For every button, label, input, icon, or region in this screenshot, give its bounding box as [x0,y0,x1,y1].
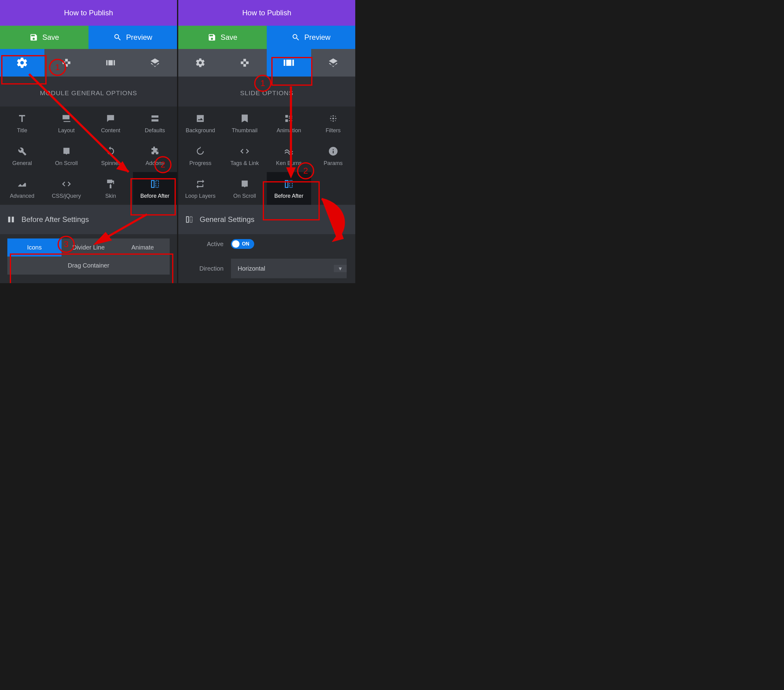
toggle-text: ON [242,241,249,247]
grid-skin[interactable]: Skin [89,172,133,205]
preview-label: Preview [305,33,331,42]
section-title: MODULE GENERAL OPTIONS [0,77,177,107]
grid-general[interactable]: General [0,139,44,172]
grid-onscroll[interactable]: On Scroll [222,172,267,205]
animation-icon [283,113,294,124]
grid-spinner[interactable]: Spinner [89,139,133,172]
action-row: Save Preview [178,26,355,49]
before-after-icon [283,179,294,189]
before-after-icon [7,215,15,224]
grid-kenburns[interactable]: Ken Burns [267,139,311,172]
tab-settings[interactable] [178,49,222,77]
preview-button[interactable]: Preview [267,26,355,49]
grid-title[interactable]: Title [0,107,44,139]
code-icon [61,179,72,189]
action-row: Save Preview [0,26,177,49]
spinner-icon [105,146,116,156]
svg-point-7 [331,120,331,121]
grid-looplayers[interactable]: Loop Layers [178,172,222,205]
image-icon [195,113,206,124]
row-direction: Direction Horizontal ▾ [178,254,355,283]
tab-slides[interactable] [89,49,133,77]
tab-strip [178,49,355,77]
direction-label: Direction [187,265,224,272]
wave-icon [283,146,294,156]
direction-select[interactable]: Horizontal ▾ [231,259,347,278]
grid-layout[interactable]: Layout [44,107,89,139]
gear-icon [195,58,206,68]
subtab-dragcontainer[interactable]: Drag Container [7,256,170,274]
grid-background[interactable]: Background [178,107,222,139]
tab-navigation[interactable] [44,49,89,77]
scroll-icon [239,179,250,189]
layers-icon [328,58,338,68]
grid-thumbnail[interactable]: Thumbnail [222,107,267,139]
puzzle-icon [150,146,160,156]
save-label: Save [221,33,237,42]
grid-cssjquery[interactable]: CSS/jQuery [44,172,89,205]
settings-header: General Settings [178,205,355,234]
row-active: Active ON [178,234,355,254]
grid-addons[interactable]: Addons [133,139,177,172]
before-after-icon [185,215,194,224]
subtab-divider[interactable]: Divider Line [61,238,116,256]
layers-icon [150,58,160,68]
grid-animation[interactable]: Animation [267,107,311,139]
save-button[interactable]: Save [178,26,267,49]
carousel-icon [105,58,116,68]
defaults-icon [150,113,160,124]
dpad-icon [239,58,250,68]
search-icon [113,33,122,42]
dpad-icon [61,58,72,68]
info-icon [328,146,338,156]
section-title: SLIDE OPTIONS [178,77,355,107]
grid-content[interactable]: Content [89,107,133,139]
settings-header: Before After Settings [0,205,177,234]
preview-button[interactable]: Preview [89,26,177,49]
active-toggle[interactable]: ON [231,239,254,249]
wrench-icon [17,146,27,156]
sub-tab-row: Icons Divider Line Animate Drag Containe… [7,238,170,274]
tab-layers[interactable] [133,49,177,77]
grid-advanced[interactable]: Advanced [0,172,44,205]
save-icon [208,33,216,42]
publish-header[interactable]: How to Publish [0,0,177,26]
tab-slides[interactable] [267,49,311,77]
loop-icon [195,179,206,189]
chart-icon [17,179,27,189]
direction-value: Horizontal [238,265,265,272]
tab-layers[interactable] [311,49,356,77]
subtab-animate[interactable]: Animate [115,238,170,256]
code-icon [239,146,250,156]
save-button[interactable]: Save [0,26,89,49]
grid-params[interactable]: Params [311,139,356,172]
bookmark-icon [239,113,250,124]
grid-beforeafter[interactable]: Before After [267,172,311,205]
svg-point-6 [335,116,336,117]
title-icon [17,113,27,124]
svg-point-3 [333,115,334,116]
tab-settings[interactable] [0,49,44,77]
before-after-icon [150,179,160,189]
layout-icon [61,113,72,124]
tab-navigation[interactable] [222,49,267,77]
carousel-icon [283,57,295,69]
publish-header[interactable]: How to Publish [178,0,355,26]
grid-progress[interactable]: Progress [178,139,222,172]
grid-beforeafter[interactable]: Before After [133,172,177,205]
grid-onscroll[interactable]: On Scroll [44,139,89,172]
svg-point-8 [335,120,336,121]
panel-slide: How to Publish Save Preview SLIDE OPTION… [178,0,355,283]
grid-tagslink[interactable]: Tags & Link [222,139,267,172]
content-icon [105,113,116,124]
panel-module: How to Publish Save Preview MODULE GENER… [0,0,177,283]
save-icon [30,33,38,42]
svg-point-1 [330,118,331,119]
svg-point-2 [335,118,336,119]
grid-defaults[interactable]: Defaults [133,107,177,139]
search-icon [292,33,300,42]
subtab-icons[interactable]: Icons [7,238,61,256]
blur-icon [328,113,338,124]
grid-filters[interactable]: Filters [311,107,356,139]
scroll-icon [61,146,72,156]
